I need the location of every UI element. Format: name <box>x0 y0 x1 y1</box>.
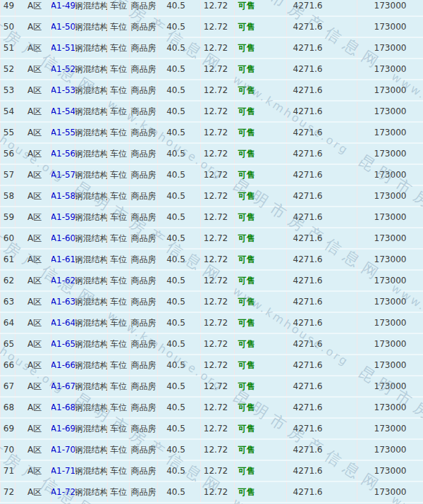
table-row: 65 A区 A1-65 钢混结构 车位 商品房 40.5 12.72 可售 42… <box>0 334 423 355</box>
cell-unit-price: 4271.6 <box>287 482 357 502</box>
cell-category: 商品房 <box>130 228 158 248</box>
unit-link[interactable]: A1-66 <box>51 360 75 370</box>
cell-unit: A1-59 <box>51 207 75 227</box>
table-row: 61 A区 A1-61 钢混结构 车位 商品房 40.5 12.72 可售 42… <box>0 250 423 271</box>
unit-link[interactable]: A1-54 <box>51 106 75 116</box>
cell-total-price: 173000 <box>357 334 423 354</box>
status-available-badge: 可售 <box>238 21 255 33</box>
unit-link[interactable]: A1-52 <box>51 64 75 74</box>
unit-link[interactable]: A1-71 <box>51 466 75 476</box>
cell-unit: A1-62 <box>51 271 75 290</box>
unit-link[interactable]: A1-62 <box>51 276 75 285</box>
cell-structure: 钢混结构 <box>75 376 108 396</box>
cell-category: 商品房 <box>130 207 158 227</box>
cell-area: 40.5 <box>158 228 201 248</box>
cell-area: 40.5 <box>158 80 201 100</box>
cell-category: 商品房 <box>130 440 158 460</box>
cell-row-number: 70 <box>0 440 16 460</box>
status-available-badge: 可售 <box>238 0 255 12</box>
unit-link[interactable]: A1-49 <box>51 1 75 11</box>
cell-category: 商品房 <box>130 334 158 354</box>
cell-unit-price: 4271.6 <box>287 80 357 100</box>
cell-structure: 钢混结构 <box>75 461 108 481</box>
unit-link[interactable]: A1-59 <box>51 212 75 222</box>
cell-unit-price: 4271.6 <box>287 123 357 142</box>
table-row: 55 A区 A1-55 钢混结构 车位 商品房 40.5 12.72 可售 42… <box>0 123 423 144</box>
unit-link[interactable]: A1-69 <box>51 424 75 434</box>
cell-category: 商品房 <box>130 355 158 375</box>
cell-total-price: 173000 <box>357 271 423 290</box>
cell-shared-area: 12.72 <box>201 144 235 164</box>
cell-structure: 钢混结构 <box>75 313 108 333</box>
cell-total-price: 173000 <box>357 123 423 142</box>
unit-link[interactable]: A1-55 <box>51 128 75 137</box>
unit-link[interactable]: A1-61 <box>51 254 75 264</box>
status-available-badge: 可售 <box>238 190 255 202</box>
cell-row-number: 54 <box>0 102 16 121</box>
table-row: 59 A区 A1-59 钢混结构 车位 商品房 40.5 12.72 可售 42… <box>0 207 423 228</box>
cell-use-type: 车位 <box>108 376 130 396</box>
cell-use-type: 车位 <box>108 207 130 227</box>
cell-total-price: 173000 <box>357 165 423 185</box>
cell-structure: 钢混结构 <box>75 440 108 460</box>
cell-total-price: 173000 <box>357 38 423 58</box>
cell-structure: 钢混结构 <box>75 334 108 354</box>
cell-area: 40.5 <box>158 292 201 312</box>
cell-category: 商品房 <box>130 186 158 206</box>
cell-total-price: 173000 <box>357 419 423 438</box>
table-row: 72 A区 A1-72 钢混结构 车位 商品房 40.5 12.72 可售 42… <box>0 482 423 503</box>
table-row: 60 A区 A1-60 钢混结构 车位 商品房 40.5 12.72 可售 42… <box>0 228 423 250</box>
cell-row-number: 53 <box>0 80 16 100</box>
cell-shared-area: 12.72 <box>201 440 235 460</box>
cell-row-number: 68 <box>0 398 16 417</box>
cell-area: 40.5 <box>158 440 201 460</box>
cell-use-type: 车位 <box>108 355 130 375</box>
unit-link[interactable]: A1-65 <box>51 339 75 349</box>
cell-unit: A1-71 <box>51 461 75 481</box>
unit-link[interactable]: A1-63 <box>51 297 75 307</box>
status-available-badge: 可售 <box>238 317 255 329</box>
unit-link[interactable]: A1-56 <box>51 149 75 159</box>
cell-total-price: 173000 <box>357 482 423 502</box>
cell-unit: A1-65 <box>51 334 75 354</box>
table-row: 52 A区 A1-52 钢混结构 车位 商品房 40.5 12.72 可售 42… <box>0 59 423 80</box>
unit-link[interactable]: A1-72 <box>51 487 75 497</box>
cell-structure: 钢混结构 <box>75 207 108 227</box>
cell-unit-price: 4271.6 <box>287 440 357 460</box>
unit-link[interactable]: A1-58 <box>51 191 75 201</box>
cell-row-number: 61 <box>0 250 16 269</box>
cell-area: 40.5 <box>158 398 201 417</box>
cell-use-type: 车位 <box>108 440 130 460</box>
unit-link[interactable]: A1-57 <box>51 170 75 180</box>
unit-link[interactable]: A1-50 <box>51 22 75 32</box>
cell-use-type: 车位 <box>108 419 130 438</box>
cell-shared-area: 12.72 <box>201 59 235 79</box>
cell-structure: 钢混结构 <box>75 0 108 16</box>
cell-row-number: 64 <box>0 313 16 333</box>
unit-link[interactable]: A1-68 <box>51 402 75 412</box>
cell-status: 可售 <box>235 0 287 16</box>
cell-unit-price: 4271.6 <box>287 461 357 481</box>
status-available-badge: 可售 <box>238 486 255 498</box>
cell-structure: 钢混结构 <box>75 144 108 164</box>
status-available-badge: 可售 <box>238 127 255 139</box>
cell-structure: 钢混结构 <box>75 398 108 417</box>
unit-link[interactable]: A1-60 <box>51 233 75 243</box>
cell-use-type: 车位 <box>108 59 130 79</box>
cell-status: 可售 <box>235 355 287 375</box>
unit-link[interactable]: A1-67 <box>51 381 75 391</box>
cell-zone: A区 <box>16 59 51 79</box>
unit-link[interactable]: A1-51 <box>51 43 75 53</box>
cell-row-number: 63 <box>0 292 16 312</box>
table-row: 70 A区 A1-70 钢混结构 车位 商品房 40.5 12.72 可售 42… <box>0 440 423 461</box>
cell-zone: A区 <box>16 250 51 269</box>
cell-use-type: 车位 <box>108 38 130 58</box>
unit-link[interactable]: A1-64 <box>51 318 75 328</box>
cell-structure: 钢混结构 <box>75 38 108 58</box>
cell-total-price: 173000 <box>357 186 423 206</box>
cell-unit: A1-70 <box>51 440 75 460</box>
cell-unit: A1-50 <box>51 17 75 37</box>
table-row: 64 A区 A1-64 钢混结构 车位 商品房 40.5 12.72 可售 42… <box>0 313 423 334</box>
unit-link[interactable]: A1-53 <box>51 85 75 95</box>
unit-link[interactable]: A1-70 <box>51 445 75 455</box>
